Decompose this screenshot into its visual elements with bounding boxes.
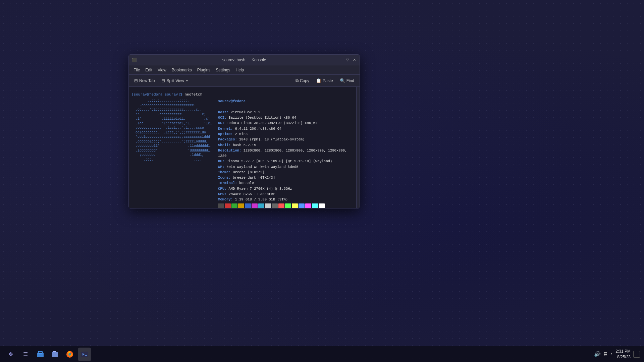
title-bar-left: ⬛ (131, 57, 137, 63)
taskbar-store[interactable] (34, 348, 47, 361)
firefox-icon (66, 350, 74, 358)
taskbar-apps: ❖ ☰ (4, 348, 91, 361)
taskbar-terminal[interactable] (78, 348, 91, 361)
close-button[interactable]: ✕ (352, 57, 357, 63)
menu-edit[interactable]: Edit (143, 66, 155, 74)
color-blocks (218, 203, 354, 208)
terminal-taskbar-icon (80, 350, 89, 358)
info-separator: -------------- (218, 104, 354, 110)
info-uptime: Uptime: 2 mins (218, 131, 354, 137)
split-view-icon: ⊟ (161, 78, 165, 83)
info-os: OS: Fedora Linux 38.20230824.0 (Bazzite)… (218, 120, 354, 126)
new-tab-button[interactable]: ⊞ New Tab (131, 77, 157, 84)
store-icon (36, 350, 44, 358)
menu-help[interactable]: Help (233, 66, 247, 74)
info-oci: OCI: Bazzite (Desktop Edition) x86_64 (218, 115, 354, 120)
info-kernel: Kernel: 6.4.11-200.fc38.x86_64 (218, 126, 354, 131)
activities-icon: ❖ (8, 351, 13, 358)
taskbar-activities-button[interactable]: ❖ (4, 348, 17, 361)
neofetch-output: .,;;,;.........,;;;;. .ccccccccccccccccc… (131, 99, 354, 208)
info-username: sourav@fedora (218, 99, 246, 103)
taskbar-app-launcher[interactable]: ☰ (19, 348, 32, 361)
info-memory: Memory: 1.19 GiB / 3.80 GiB (31%) (218, 197, 354, 202)
info-host: Host: VirtualBox 1.2 (218, 110, 354, 115)
color-block-9 (278, 203, 284, 208)
split-view-dropdown-icon: ▼ (185, 79, 189, 82)
info-packages: Packages: 1843 (rpm), 18 (flatpak-system… (218, 137, 354, 142)
neofetch-info: sourav@fedora -------------- Host: Virtu… (218, 99, 354, 208)
color-block-14 (312, 203, 318, 208)
menu-settings[interactable]: Settings (213, 66, 233, 74)
color-block-12 (299, 203, 305, 208)
terminal-window: ⬛ sourav: bash — Konsole ─ ▽ ✕ File Edit… (128, 54, 360, 208)
scrollbar[interactable] (356, 87, 360, 208)
color-block-6 (258, 203, 264, 208)
menu-view[interactable]: View (155, 66, 169, 74)
color-block-3 (238, 203, 244, 208)
maximize-button[interactable]: ▽ (345, 57, 350, 63)
app-launcher-icon: ☰ (23, 351, 28, 357)
clock-date: 8/25/23 (615, 354, 631, 360)
info-shell: Shell: bash 5.2.15 (218, 142, 354, 148)
tray-expand-icon[interactable]: ∧ (610, 352, 613, 356)
split-view-button[interactable]: ⊟ Split View ▼ (159, 77, 191, 84)
info-theme: Theme: Breeze [GTK2/3] (218, 170, 354, 175)
info-icons: Icons: breeze-dark [GTK2/3] (218, 175, 354, 180)
svg-rect-6 (85, 355, 87, 356)
color-block-11 (292, 203, 298, 208)
color-block-8 (272, 203, 278, 208)
color-block-13 (305, 203, 311, 208)
menu-plugins[interactable]: Plugins (195, 66, 213, 74)
info-username-line: sourav@fedora (218, 99, 354, 104)
info-de: DE: Plasma 5.27.7 [KF5 5.109.0] [Qt 5.15… (218, 159, 354, 164)
files-icon (51, 350, 59, 358)
window-title: sourav: bash — Konsole (222, 58, 266, 62)
color-block-4 (245, 203, 251, 208)
window-controls: ─ ▽ ✕ (338, 57, 357, 63)
paste-button[interactable]: 📋 Paste (313, 77, 336, 84)
find-icon: 🔍 (340, 78, 345, 83)
taskbar-firefox[interactable] (63, 348, 76, 361)
command-line: [sourav@fedora sourav]$ neofetch (131, 92, 354, 97)
paste-icon: 📋 (316, 78, 321, 83)
ascii-art: .,;;,;.........,;;;;. .ccccccccccccccccc… (131, 99, 214, 208)
taskbar-files[interactable] (48, 348, 62, 361)
color-block-7 (265, 203, 271, 208)
color-block-15 (319, 203, 325, 208)
info-gpu: GPU: VMware SVGA II Adapter (218, 191, 354, 197)
taskbar: ❖ ☰ (0, 346, 644, 362)
terminal-output[interactable]: [sourav@fedora sourav]$ neofetch .,;;,;.… (129, 87, 356, 208)
svg-point-3 (68, 353, 71, 356)
title-bar: ⬛ sourav: bash — Konsole ─ ▽ ✕ (129, 55, 360, 65)
info-terminal: Terminal: konsole (218, 180, 354, 186)
new-tab-icon: ⊞ (134, 78, 138, 83)
color-block-2 (231, 203, 237, 208)
terminal-content: [sourav@fedora sourav]$ neofetch .,;;,;.… (129, 87, 360, 208)
color-block-10 (285, 203, 291, 208)
info-resolution: Resolution: 1280x800, 1280x800, 1280x800… (218, 148, 354, 159)
clock-time: 2:31 PM (615, 349, 631, 354)
minimize-button[interactable]: ─ (338, 57, 343, 63)
show-desktop-button[interactable] (633, 351, 640, 358)
command-text: neofetch (184, 93, 202, 97)
taskbar-right: 🔊 🖥 ∧ 2:31 PM 8/25/23 (594, 349, 640, 360)
prompt-user: [sourav@fedora sourav]$ (131, 93, 182, 97)
color-block-0 (218, 203, 224, 208)
svg-rect-1 (38, 351, 42, 353)
menu-bookmarks[interactable]: Bookmarks (169, 66, 195, 74)
terminal-icon: ⬛ (131, 57, 137, 63)
color-block-1 (225, 203, 231, 208)
find-button[interactable]: 🔍 Find (337, 77, 357, 84)
system-tray: 🔊 🖥 ∧ (594, 351, 613, 357)
copy-icon: ⧉ (296, 78, 299, 83)
taskbar-clock[interactable]: 2:31 PM 8/25/23 (615, 349, 631, 360)
menu-bar: File Edit View Bookmarks Plugins Setting… (129, 65, 360, 75)
display-icon[interactable]: 🖥 (603, 351, 608, 357)
info-wm: WM: kwin_wayland_wr kwin_wayland kded5 (218, 164, 354, 170)
copy-button[interactable]: ⧉ Copy (293, 77, 312, 85)
volume-icon[interactable]: 🔊 (594, 351, 601, 357)
menu-file[interactable]: File (131, 66, 143, 74)
toolbar: ⊞ New Tab ⊟ Split View ▼ ⧉ Copy 📋 Paste … (129, 75, 360, 87)
info-cpu: CPU: AMD Ryzen 7 2700X (4) @ 3.6GHz (218, 186, 354, 191)
color-block-5 (252, 203, 258, 208)
